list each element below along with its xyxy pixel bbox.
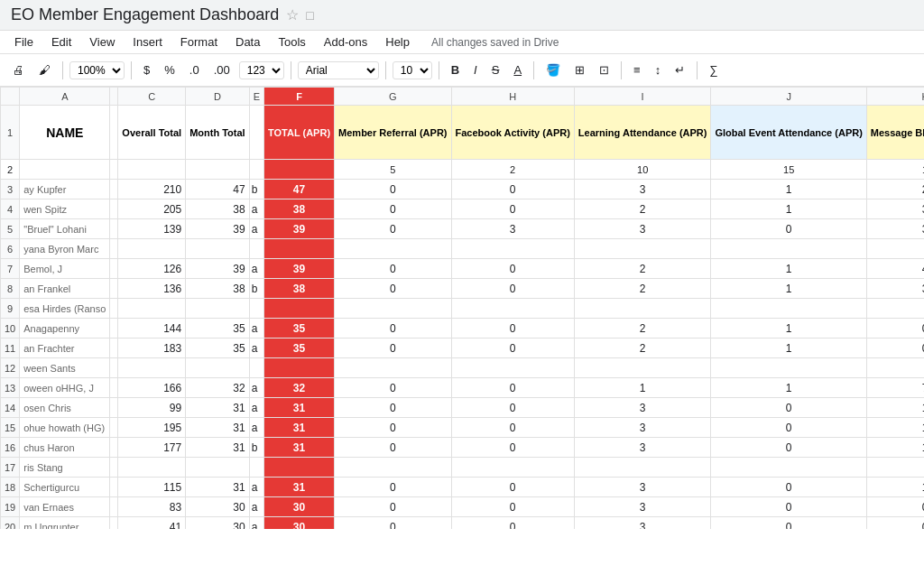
fb-cell[interactable]: 0 [451, 339, 574, 358]
global-cell[interactable] [711, 239, 866, 259]
total-apr-cell[interactable]: 39 [264, 219, 335, 239]
grade-cell[interactable] [249, 299, 263, 319]
name-cell[interactable]: esa Hirdes (Ranso [20, 299, 110, 319]
msg-cell[interactable]: 1 [866, 418, 924, 438]
fb-cell[interactable]: 0 [451, 378, 574, 398]
col-letter-h[interactable]: H [451, 88, 574, 106]
grade-cell[interactable]: a [249, 418, 263, 438]
global-cell[interactable]: 1 [711, 319, 866, 339]
col-b-cell[interactable] [110, 199, 118, 219]
col-b-cell[interactable] [110, 339, 118, 358]
col-b-cell[interactable] [110, 279, 118, 299]
total-apr-cell[interactable] [264, 458, 335, 478]
learning-cell[interactable] [574, 239, 711, 259]
header-name[interactable]: NAME [20, 106, 110, 160]
mem-ref-cell[interactable] [335, 239, 451, 259]
mem-ref-cell[interactable]: 0 [335, 497, 451, 517]
learning-cell[interactable]: 3 [574, 497, 711, 517]
decimal0-btn[interactable]: .0 [184, 61, 205, 79]
mem-ref-cell[interactable] [335, 458, 451, 478]
msg-cell[interactable]: 1 [866, 478, 924, 497]
col-b-cell[interactable] [110, 478, 118, 497]
global-cell[interactable]: 1 [711, 199, 866, 219]
strikethrough-btn[interactable]: S [486, 61, 505, 79]
name-cell[interactable]: yana Byron Marc [20, 239, 110, 259]
fb-cell[interactable] [451, 458, 574, 478]
global-cell[interactable]: 1 [711, 279, 866, 299]
global-cell[interactable]: 0 [711, 219, 866, 239]
row-num-6[interactable]: 6 [1, 239, 20, 259]
learning-cell[interactable]: 2 [574, 339, 711, 358]
grade-cell[interactable]: b [249, 279, 263, 299]
grade-cell[interactable]: a [249, 478, 263, 497]
global-cell[interactable] [711, 299, 866, 319]
zoom-select[interactable]: 100% [69, 61, 125, 79]
overall-cell[interactable]: 210 [118, 180, 186, 199]
global-cell[interactable]: 0 [711, 478, 866, 497]
msg-cell[interactable] [866, 299, 924, 319]
fb-cell[interactable]: 0 [451, 418, 574, 438]
row-num-14[interactable]: 14 [1, 398, 20, 418]
col-letter-c[interactable]: C [118, 88, 186, 106]
mem-ref-cell[interactable]: 0 [335, 517, 451, 530]
overall-cell[interactable]: 99 [118, 398, 186, 418]
grade-cell[interactable]: a [249, 497, 263, 517]
overall-cell[interactable]: 144 [118, 319, 186, 339]
global-cell[interactable]: 0 [711, 497, 866, 517]
col-letter-a[interactable]: A [20, 88, 110, 106]
msg-cell[interactable] [866, 239, 924, 259]
fb-cell[interactable]: 3 [451, 219, 574, 239]
paint-format-btn[interactable]: 🖌 [33, 61, 56, 79]
align-btn[interactable]: ≡ [628, 61, 646, 79]
global-cell[interactable] [711, 458, 866, 478]
name-cell[interactable]: an Frankel [20, 279, 110, 299]
mem-ref-cell[interactable] [335, 299, 451, 319]
col-b-cell[interactable] [110, 239, 118, 259]
grade-cell[interactable]: a [249, 517, 263, 530]
total-apr-cell[interactable]: 35 [264, 339, 335, 358]
italic-btn[interactable]: I [468, 61, 483, 79]
grade-cell[interactable] [249, 358, 263, 378]
learning-cell[interactable] [574, 299, 711, 319]
month-cell[interactable]: 32 [186, 378, 250, 398]
month-cell[interactable]: 35 [186, 339, 250, 358]
row-num-12[interactable]: 12 [1, 358, 20, 378]
learning-cell[interactable]: 3 [574, 180, 711, 199]
overall-cell[interactable]: 183 [118, 339, 186, 358]
row-num-17[interactable]: 17 [1, 458, 20, 478]
row-num-15[interactable]: 15 [1, 418, 20, 438]
name-cell[interactable]: van Ernaes [20, 497, 110, 517]
msg-cell[interactable] [866, 358, 924, 378]
header-global-event[interactable]: Global Event Attendance (APR) [711, 106, 866, 160]
currency-btn[interactable]: $ [138, 61, 155, 79]
grade-cell[interactable]: b [249, 438, 263, 458]
learning-cell[interactable]: 3 [574, 517, 711, 530]
msg-cell[interactable]: 4 [866, 259, 924, 279]
msg-cell[interactable]: 0 [866, 319, 924, 339]
month-cell[interactable]: 31 [186, 398, 250, 418]
overall-cell[interactable]: 126 [118, 259, 186, 279]
mem-ref-cell[interactable]: 0 [335, 259, 451, 279]
overall-cell[interactable]: 139 [118, 219, 186, 239]
month-cell[interactable]: 38 [186, 279, 250, 299]
grade-cell[interactable]: a [249, 319, 263, 339]
folder-icon[interactable]: □ [306, 8, 313, 23]
fb-cell[interactable]: 0 [451, 180, 574, 199]
month-cell[interactable]: 31 [186, 478, 250, 497]
col-b-cell[interactable] [110, 418, 118, 438]
total-apr-cell[interactable]: 30 [264, 517, 335, 530]
msg-cell[interactable]: 1 [866, 438, 924, 458]
row-num-20[interactable]: 20 [1, 517, 20, 530]
name-cell[interactable]: ween Sants [20, 358, 110, 378]
mem-ref-cell[interactable]: 0 [335, 339, 451, 358]
overall-cell[interactable]: 115 [118, 478, 186, 497]
col-letter-k[interactable]: K [866, 88, 924, 106]
header-learning[interactable]: Learning Attendance (APR) [574, 106, 711, 160]
format-select[interactable]: 123 [239, 61, 284, 79]
fb-cell[interactable]: 0 [451, 517, 574, 530]
global-cell[interactable]: 0 [711, 517, 866, 530]
overall-cell[interactable]: 195 [118, 418, 186, 438]
name-cell[interactable]: ay Kupfer [20, 180, 110, 199]
valign-btn[interactable]: ↕ [650, 61, 667, 79]
overall-cell[interactable] [118, 458, 186, 478]
